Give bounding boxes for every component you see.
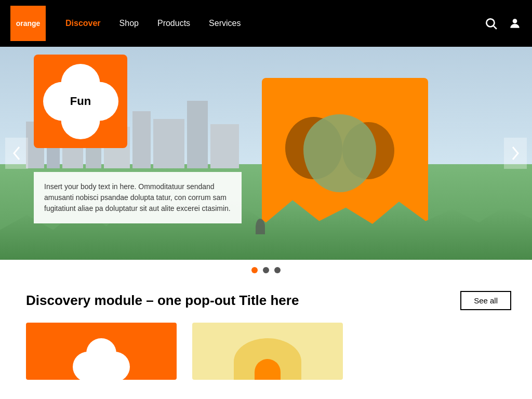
card-clover-area xyxy=(26,323,177,380)
skater-figure xyxy=(256,219,265,234)
header-icons xyxy=(484,17,522,30)
card-yellow xyxy=(192,323,343,380)
svg-point-2 xyxy=(513,19,517,23)
card-yellow-inner xyxy=(255,359,281,380)
chevron-right-icon xyxy=(510,145,521,161)
next-arrow[interactable] xyxy=(504,138,527,169)
hero-slider: Fun Insert your body text in here. Ommod… xyxy=(0,47,532,260)
prev-arrow[interactable] xyxy=(5,138,28,169)
logo[interactable]: orange xyxy=(10,6,46,41)
svg-line-1 xyxy=(494,26,497,29)
nav-item-discover[interactable]: Discover xyxy=(56,0,110,47)
header: orange Discover Shop Products Services xyxy=(0,0,532,47)
dot-2[interactable] xyxy=(263,267,269,273)
dot-3[interactable] xyxy=(274,267,281,273)
slider-dots xyxy=(0,260,532,281)
card-yellow-circle xyxy=(234,338,301,380)
discovery-header: Discovery module – one pop-out Title her… xyxy=(26,291,511,310)
hero-card-label: Fun xyxy=(70,95,91,108)
hero-card: Fun xyxy=(34,55,127,148)
discovery-card-2 xyxy=(192,323,343,380)
nav-item-services[interactable]: Services xyxy=(200,0,250,47)
search-button[interactable] xyxy=(484,17,498,30)
discovery-title: Discovery module – one pop-out Title her… xyxy=(26,292,299,309)
nav-item-shop[interactable]: Shop xyxy=(110,0,148,47)
search-icon xyxy=(484,17,498,30)
dot-1[interactable] xyxy=(251,267,258,273)
discovery-card-1 xyxy=(26,323,177,380)
card-orange xyxy=(26,323,177,380)
discovery-cards xyxy=(26,323,511,380)
main-nav: Discover Shop Products Services xyxy=(56,0,250,47)
user-button[interactable] xyxy=(508,17,522,30)
hero-image: Fun Insert your body text in here. Ommod… xyxy=(0,47,532,260)
discovery-section: Discovery module – one pop-out Title her… xyxy=(0,281,532,390)
chevron-left-icon xyxy=(11,145,22,161)
nav-item-products[interactable]: Products xyxy=(148,0,200,47)
user-icon xyxy=(508,17,522,30)
card-clover xyxy=(73,338,130,380)
see-all-button[interactable]: See all xyxy=(460,291,511,310)
cube-hole xyxy=(290,107,389,216)
hero-body-text: Insert your body text in here. Ommoditat… xyxy=(44,181,231,214)
logo-text: orange xyxy=(16,19,41,28)
hero-text-box: Insert your body text in here. Ommoditat… xyxy=(34,172,242,223)
svg-point-0 xyxy=(486,19,494,26)
